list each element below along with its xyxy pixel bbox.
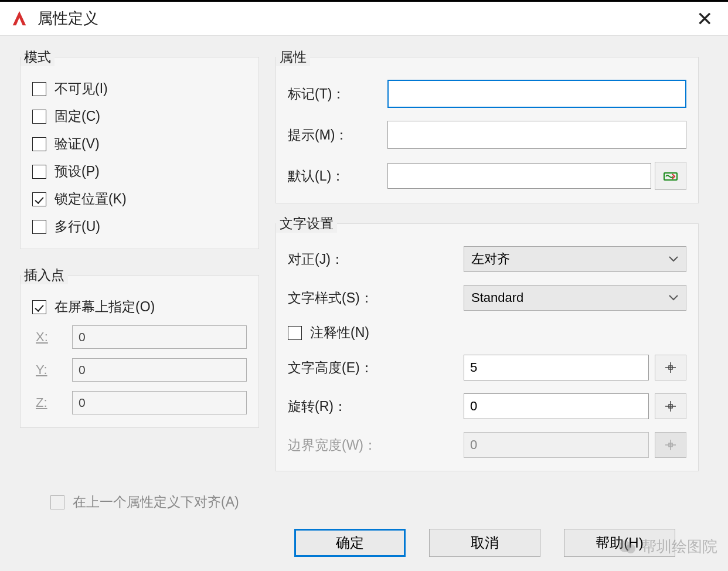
height-label: 文字高度(E)： <box>288 359 464 377</box>
tag-input[interactable] <box>387 80 686 108</box>
crosshair-icon <box>665 362 676 373</box>
boundary-label: 边界宽度(W)： <box>288 436 464 454</box>
verify-checkbox[interactable]: 验证(V) <box>32 135 247 153</box>
text-legend: 文字设置 <box>276 215 337 233</box>
close-icon[interactable]: ✕ <box>692 7 717 30</box>
insert-legend: 插入点 <box>21 266 68 284</box>
justify-select[interactable]: 左对齐 <box>464 246 686 272</box>
attribute-legend: 属性 <box>276 48 310 66</box>
field-icon <box>664 171 678 181</box>
rotation-input[interactable] <box>464 393 649 419</box>
prompt-label: 提示(M)： <box>288 126 387 144</box>
help-button[interactable]: 帮助(H) <box>564 529 675 557</box>
preset-checkbox[interactable]: 预设(P) <box>32 162 247 181</box>
attribute-group: 属性 标记(T)： 提示(M)： 默认(L)： <box>275 57 699 203</box>
ok-button[interactable]: 确定 <box>294 529 406 557</box>
x-label: X: <box>36 329 72 345</box>
tag-label: 标记(T)： <box>288 85 387 103</box>
z-input <box>72 391 247 414</box>
boundary-input <box>464 432 649 458</box>
cancel-button[interactable]: 取消 <box>429 529 540 557</box>
y-input <box>72 358 247 382</box>
mode-legend: 模式 <box>21 48 55 66</box>
default-input[interactable] <box>387 163 651 189</box>
prompt-input[interactable] <box>387 121 686 149</box>
z-label: Z: <box>36 395 72 410</box>
insert-group: 插入点 在屏幕上指定(O) X: Y: Z: <box>20 275 259 428</box>
pick-rotation-button[interactable] <box>655 393 686 419</box>
default-label: 默认(L)： <box>288 167 387 185</box>
justify-label: 对正(J)： <box>288 250 464 268</box>
x-input <box>72 325 247 349</box>
text-settings-group: 文字设置 对正(J)： 左对齐 文字样式(S)： Standard <box>275 223 699 471</box>
style-select[interactable]: Standard <box>464 285 686 311</box>
insert-field-button[interactable] <box>655 162 686 190</box>
align-previous-checkbox: 在上一个属性定义下对齐(A) <box>50 493 239 511</box>
chevron-down-icon <box>668 294 679 301</box>
height-input[interactable] <box>464 355 649 380</box>
titlebar: 属性定义 ✕ <box>0 2 728 36</box>
mode-group: 模式 不可见(I) 固定(C) 验证(V) 预设(P) <box>20 57 259 249</box>
content: 模式 不可见(I) 固定(C) 验证(V) 预设(P) <box>0 36 728 483</box>
app-logo-icon <box>11 10 28 28</box>
specify-on-screen-checkbox[interactable]: 在屏幕上指定(O) <box>32 298 247 316</box>
annotative-checkbox[interactable]: 注释性(N) <box>288 324 686 342</box>
chevron-down-icon <box>668 256 679 263</box>
button-bar: 确定 取消 帮助(H) <box>294 529 675 557</box>
pick-boundary-button <box>655 432 686 458</box>
dialog-window: 属性定义 ✕ 模式 不可见(I) 固定(C) 验证(V) <box>0 0 728 571</box>
style-label: 文字样式(S)： <box>288 289 464 307</box>
window-title: 属性定义 <box>38 8 98 29</box>
rotation-label: 旋转(R)： <box>288 397 464 416</box>
y-label: Y: <box>36 362 72 378</box>
crosshair-icon <box>665 400 676 412</box>
crosshair-icon <box>665 439 676 451</box>
invisible-checkbox[interactable]: 不可见(I) <box>32 80 247 98</box>
pick-height-button[interactable] <box>655 355 686 380</box>
constant-checkbox[interactable]: 固定(C) <box>32 107 247 125</box>
multiline-checkbox[interactable]: 多行(U) <box>32 217 247 236</box>
lock-position-checkbox[interactable]: 锁定位置(K) <box>32 190 247 208</box>
